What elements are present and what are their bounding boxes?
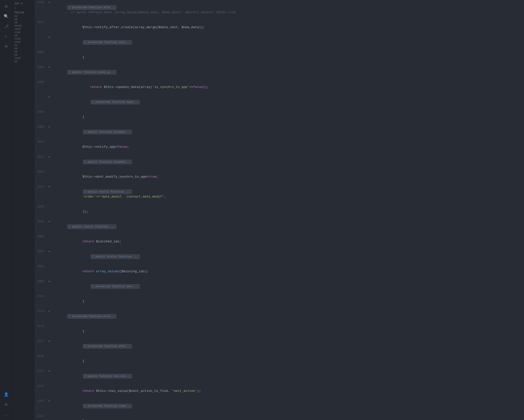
fold-pill[interactable]: } protected function afte... bbox=[83, 344, 132, 349]
line-number: 1983 bbox=[34, 50, 47, 55]
size-2: KB bbox=[12, 18, 34, 21]
fold-arrow[interactable]: ▶ bbox=[47, 219, 51, 224]
fold-arrow[interactable]: ▶ bbox=[47, 184, 51, 189]
fold-arrow[interactable]: ▶ bbox=[47, 369, 51, 374]
code-line-2011: 2011 ▶ } public function disable... bbox=[34, 154, 524, 169]
code-line-1938: 1938 ▶ } protected function afte... // a… bbox=[34, 0, 524, 20]
line-content: } protected function pars... bbox=[51, 279, 522, 294]
sort-icon[interactable]: ↕ bbox=[12, 6, 34, 10]
size-15: KB bbox=[12, 60, 34, 63]
code-line-2176: 2176 } bbox=[34, 324, 524, 339]
line-content: } bbox=[51, 324, 522, 339]
code-line-mayb: ▶ } protected function mayb... bbox=[34, 95, 524, 110]
account-icon[interactable]: 👤 bbox=[2, 390, 11, 399]
line-content: } protected function mayb... bbox=[51, 95, 522, 110]
line-content: } bbox=[51, 50, 522, 65]
line-content: } bbox=[51, 354, 522, 369]
fold-pill[interactable]: } public static function ... bbox=[91, 254, 140, 259]
code-editor[interactable]: 1938 ▶ } protected function afte... // a… bbox=[34, 0, 524, 420]
line-content: $this->notify_app=false; bbox=[51, 140, 522, 154]
line-number: 2017 bbox=[34, 184, 47, 189]
line-number: 1938 bbox=[34, 0, 47, 5]
fold-arrow[interactable]: ▶ bbox=[47, 35, 51, 40]
line-number: 2187 bbox=[34, 369, 47, 374]
code-line-2084: 2084 return array_values($missing_ids); bbox=[34, 264, 524, 279]
fold-pill[interactable]: } protected function erro... bbox=[67, 314, 116, 319]
line-number: 2011 bbox=[34, 154, 47, 159]
code-line-2004: 2004 } bbox=[34, 110, 524, 125]
line-content: } protected function remo... bbox=[51, 399, 522, 414]
line-content: return $this->has_value($next_action_to_… bbox=[51, 384, 522, 399]
code-line-2177: 2177 ▶ } protected function afte... bbox=[34, 339, 524, 354]
fold-pill[interactable]: } public function has_nex... bbox=[83, 374, 132, 378]
fold-arrow[interactable]: ▶ bbox=[47, 65, 51, 70]
line-content: } public static function ... bbox=[51, 249, 522, 264]
line-number: 2016 bbox=[34, 169, 47, 174]
extensions-icon[interactable]: ⊞ bbox=[2, 42, 11, 51]
line-content: } protected function afte... // après re… bbox=[51, 0, 522, 20]
size-3: KB bbox=[12, 21, 34, 24]
fold-arrow[interactable]: ▶ bbox=[47, 399, 51, 404]
code-line-2068: 2068 return $catched_ids; bbox=[34, 234, 524, 249]
line-number: 2212 bbox=[34, 414, 47, 419]
fold-pill[interactable]: } protected function noti... bbox=[83, 40, 132, 45]
line-number: 2004 bbox=[34, 110, 47, 115]
fold-arrow[interactable]: ▶ bbox=[47, 249, 51, 254]
code-line-2085: 2085 ▶ } protected function pars... bbox=[34, 279, 524, 294]
line-number: 2128 bbox=[34, 294, 47, 299]
size-6: 11KB bbox=[12, 31, 34, 34]
more-icon[interactable]: … bbox=[2, 410, 11, 419]
size-14: 10KB bbox=[12, 57, 34, 60]
size-11: KB bbox=[12, 47, 34, 50]
line-content: $this->dont_modify_synchro_to_app=true; bbox=[51, 169, 522, 184]
line-content: } public function disable... bbox=[51, 125, 522, 140]
line-content: return array_values($missing_ids); bbox=[51, 264, 522, 279]
code-line-2035: 2035 )); bbox=[34, 204, 524, 219]
line-content: } bbox=[51, 110, 522, 125]
fold-pill[interactable]: } public function disable... bbox=[83, 160, 132, 164]
code-line-2017: 2017 ▶ } public static function ... 'ord… bbox=[34, 184, 524, 204]
code-line-2129: 2129 ▶ } protected function erro... bbox=[34, 309, 524, 324]
line-content: return $catched_ids; bbox=[51, 234, 522, 249]
line-content: )); bbox=[51, 204, 522, 219]
line-number: 2177 bbox=[34, 339, 47, 344]
settings-icon[interactable]: ⚙ bbox=[2, 400, 11, 409]
search-icon[interactable]: 🔍 bbox=[2, 12, 11, 21]
line-number: 1951 bbox=[34, 20, 47, 25]
line-number: 1989 bbox=[34, 80, 47, 85]
fold-arrow[interactable]: ▶ bbox=[47, 339, 51, 344]
fold-pill[interactable]: } protected function afte... bbox=[67, 5, 116, 10]
line-number: 2036 bbox=[34, 219, 47, 224]
fold-arrow[interactable]: ▶ bbox=[47, 309, 51, 314]
fold-arrow[interactable]: ▶ bbox=[47, 154, 51, 159]
fold-pill[interactable]: } public static function ... bbox=[83, 190, 132, 194]
editor-area: 1938 ▶ } protected function afte... // a… bbox=[34, 0, 524, 420]
fold-arrow[interactable]: ▶ bbox=[47, 279, 51, 284]
git-icon[interactable]: ⎇ bbox=[2, 22, 11, 31]
debug-icon[interactable]: ▷ bbox=[2, 32, 11, 41]
code-line-2187: 2187 ▶ } public function has_nex... bbox=[34, 369, 524, 384]
code-line-2036: 2036 ▶ } public static function ... bbox=[34, 219, 524, 234]
fold-pill[interactable]: } protected function pars... bbox=[91, 284, 140, 289]
fold-pill[interactable]: } public static function ... bbox=[67, 224, 116, 229]
line-number: 2068 bbox=[34, 234, 47, 239]
fold-pill[interactable]: } protected function mayb... bbox=[91, 100, 140, 104]
line-number: 2176 bbox=[34, 324, 47, 329]
code-line-2069: 2069 ▶ } public static function ... bbox=[34, 249, 524, 264]
line-content: } protected function noti... bbox=[51, 35, 522, 50]
fold-pill[interactable]: } public function need_sy... bbox=[67, 70, 116, 74]
line-content: } public static function ... bbox=[51, 219, 522, 234]
files-icon[interactable]: ⊞ bbox=[2, 2, 11, 11]
code-line-2010: 2010 $this->notify_app=false; bbox=[34, 140, 524, 154]
fold-pill[interactable]: } protected function remo... bbox=[83, 404, 132, 408]
size-9: 15KB bbox=[12, 41, 34, 44]
fold-pill[interactable]: } public function disable... bbox=[83, 130, 132, 134]
fold-arrow[interactable]: ▶ bbox=[47, 0, 51, 5]
line-number: 2192 bbox=[34, 384, 47, 389]
line-number: 2186 bbox=[34, 354, 47, 359]
size-8: 52KB bbox=[12, 37, 34, 41]
panel-header[interactable]: ion ∨ bbox=[12, 1, 34, 6]
line-number: 2193 bbox=[34, 399, 47, 404]
fold-arrow[interactable]: ▶ bbox=[47, 125, 51, 130]
fold-arrow[interactable]: ▶ bbox=[47, 95, 51, 100]
